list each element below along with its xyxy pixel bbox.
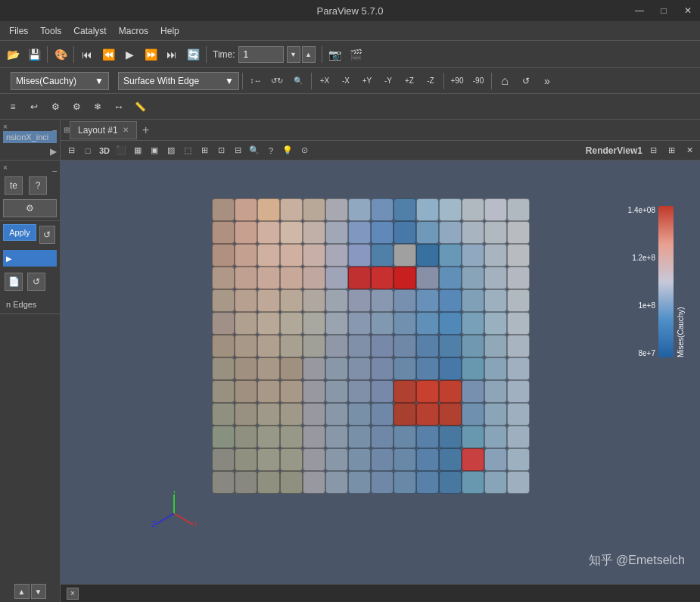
view-icon6[interactable]: ▧ — [163, 143, 179, 158]
scroll-up[interactable]: ▲ — [14, 584, 30, 599]
rotate-cw-button[interactable]: +90 — [447, 71, 467, 91]
status-btn[interactable]: × — [67, 588, 79, 600]
colorby-dropdown[interactable]: Mises(Cauchy) ▼ — [11, 72, 109, 90]
play-button[interactable]: ▶ — [120, 45, 139, 64]
filter1-button[interactable]: ≡ — [3, 97, 23, 117]
view-icon2[interactable]: □ — [80, 143, 95, 158]
prev-frame-button[interactable]: ⏪ — [98, 45, 118, 64]
view-icon3[interactable]: ⬛ — [114, 143, 129, 158]
yplus-button[interactable]: +Y — [357, 71, 377, 91]
filter7-button[interactable]: 📏 — [130, 97, 150, 117]
time-decrement[interactable]: ▼ — [287, 46, 300, 63]
split-h-button[interactable]: ⊟ — [646, 143, 661, 158]
props-label-btn[interactable]: te — [5, 176, 23, 195]
add-tab-button[interactable]: + — [137, 121, 155, 139]
time-input[interactable] — [238, 46, 284, 63]
view-icon5[interactable]: ▣ — [147, 143, 162, 158]
apply-btn[interactable]: Apply — [3, 224, 36, 241]
props-close[interactable]: × — [3, 164, 8, 172]
menu-macros[interactable]: Macros — [113, 24, 154, 38]
view-close-button[interactable]: ✕ — [682, 143, 697, 158]
expand-btn[interactable]: ▶ — [50, 146, 57, 157]
refresh2-btn[interactable]: ↺ — [27, 273, 45, 291]
tab-close-button[interactable]: ✕ — [123, 126, 129, 134]
zminus-button[interactable]: -Z — [421, 71, 440, 91]
maximize-button[interactable]: □ — [652, 0, 676, 21]
grid-cell — [235, 380, 257, 403]
scale-container: 1.4e+08 1.2e+8 1e+8 8e+7 Mises(Cauchy) — [628, 206, 685, 357]
grid-cell — [416, 448, 439, 471]
grid-cell — [394, 221, 416, 244]
zplus-button[interactable]: +Z — [400, 71, 419, 91]
grid-cell — [484, 426, 507, 448]
more-button[interactable]: » — [537, 71, 557, 91]
pipeline-item[interactable]: nsionX_inci — [3, 131, 57, 143]
props-min[interactable]: _ — [52, 164, 57, 172]
rotate-ccw-button[interactable]: -90 — [468, 71, 488, 91]
menu-help[interactable]: Help — [154, 24, 185, 38]
view-icon12[interactable]: ? — [263, 143, 278, 158]
last-frame-button[interactable]: ⏭ — [162, 45, 182, 64]
xplus-button[interactable]: +X — [315, 71, 334, 91]
filter6-button[interactable]: ↔ — [109, 97, 129, 117]
props-help-btn[interactable]: ? — [29, 176, 47, 195]
edges-item[interactable]: n Edges — [3, 298, 57, 310]
grid-cell — [257, 267, 280, 289]
time-increment[interactable]: ▲ — [302, 46, 316, 63]
filter5-button[interactable]: ❄ — [88, 97, 107, 117]
pipeline-min[interactable]: _ — [52, 123, 57, 131]
menu-catalyst[interactable]: Catalyst — [67, 24, 112, 38]
update-button[interactable]: ↺ — [516, 71, 536, 91]
loop-button[interactable]: 🔄 — [183, 45, 203, 64]
representation-dropdown[interactable]: Surface With Edge ▼ — [118, 72, 239, 90]
view-3d-btn[interactable]: 3D — [97, 143, 112, 158]
scale-mid2-label: 1e+8 — [628, 301, 655, 310]
close-button[interactable]: ✕ — [676, 0, 700, 21]
grid-cell — [507, 380, 530, 403]
menu-files[interactable]: Files — [3, 24, 34, 38]
grid-cell — [484, 289, 507, 312]
view-icon10[interactable]: ⊟ — [230, 143, 245, 158]
view-icon8[interactable]: ⊞ — [197, 143, 212, 158]
scroll-down[interactable]: ▼ — [31, 584, 46, 599]
layout-tab[interactable]: Layout #1 ✕ — [70, 121, 137, 139]
view-icon7[interactable]: ⬚ — [180, 143, 195, 158]
colorby-label: Mises(Cauchy) — [16, 76, 76, 86]
view-icon4[interactable]: ▦ — [130, 143, 145, 158]
interact-button[interactable]: ↕↔ — [246, 71, 266, 91]
filter3-button[interactable]: ⚙ — [45, 97, 65, 117]
settings-btn[interactable]: ⚙ — [3, 199, 57, 217]
save-button[interactable]: 💾 — [24, 45, 44, 64]
filter2-button[interactable]: ↩ — [24, 97, 44, 117]
doc-btn[interactable]: 📄 — [5, 273, 23, 291]
grid-cell — [394, 448, 416, 471]
view-icon13[interactable]: 💡 — [280, 143, 295, 158]
view-icon9[interactable]: ⊡ — [213, 143, 229, 158]
record-button[interactable]: 🎬 — [347, 45, 366, 64]
colormap-button[interactable]: 🎨 — [51, 45, 70, 64]
first-frame-button[interactable]: ⏮ — [77, 45, 97, 64]
view-icon14[interactable]: ⊙ — [297, 143, 312, 158]
yminus-button[interactable]: -Y — [378, 71, 398, 91]
grid-cell — [371, 198, 394, 221]
xminus-button[interactable]: -X — [336, 71, 356, 91]
view-icon1[interactable]: ⊟ — [64, 143, 79, 158]
split-v-button[interactable]: ⊞ — [664, 143, 679, 158]
open-button[interactable]: 📂 — [3, 45, 23, 64]
next-frame-button[interactable]: ⏩ — [141, 45, 160, 64]
refresh-btn[interactable]: ↺ — [39, 226, 55, 244]
grid-cell — [484, 335, 507, 357]
view-icon11[interactable]: 🔍 — [247, 143, 262, 158]
reset-camera-button[interactable]: ⌂ — [495, 71, 515, 91]
minimize-button[interactable]: — — [627, 0, 652, 21]
grid-cell — [439, 335, 462, 357]
rotate-button[interactable]: ↺↻ — [267, 71, 287, 91]
pipeline-close1[interactable]: × — [3, 123, 8, 131]
zoom-button[interactable]: 🔍 — [288, 71, 308, 91]
filter4-button[interactable]: ⚙ — [67, 97, 86, 117]
render-viewport[interactable]: 1.4e+08 1.2e+8 1e+8 8e+7 Mises(Cauchy) X… — [61, 161, 700, 584]
grid-cell — [371, 335, 394, 357]
scale-labels: 1.4e+08 1.2e+8 1e+8 8e+7 — [628, 206, 655, 357]
menu-tools[interactable]: Tools — [34, 24, 67, 38]
screenshot-button[interactable]: 📷 — [325, 45, 345, 64]
